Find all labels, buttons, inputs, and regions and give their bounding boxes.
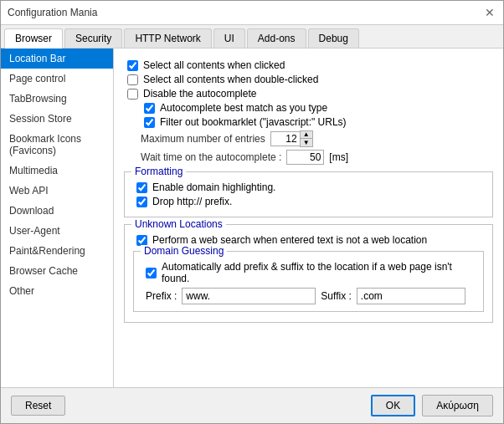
tab-security[interactable]: Security — [64, 28, 122, 48]
ok-button[interactable]: OK — [371, 395, 415, 416]
filter-bookmarklet-label: Filter out bookmarklet ("javascript:" UR… — [160, 116, 347, 128]
formatting-group: Formatting Enable domain highlighting. D… — [124, 171, 493, 217]
drop-http-prefix-row: Drop http:// prefix. — [133, 196, 484, 207]
close-button[interactable]: ✕ — [483, 6, 496, 19]
window-title: Configuration Mania — [8, 7, 97, 18]
sidebar-item-location-bar[interactable]: Location Bar — [1, 49, 113, 69]
sidebar-item-session-store[interactable]: Session Store — [1, 109, 113, 129]
prefix-suffix-row: Prefix : Suffix : — [142, 288, 475, 304]
wait-time-label: Wait time on the autocomplete : — [141, 151, 281, 163]
disable-autocomplete-label: Disable the autocomplete — [143, 88, 256, 100]
unknown-locations-label: Unknown Locations — [131, 218, 226, 230]
enable-domain-highlighting-label: Enable domain highlighting. — [152, 181, 275, 193]
tab-http-network[interactable]: HTTP Network — [124, 28, 211, 48]
title-bar: Configuration Mania ✕ — [1, 1, 503, 25]
tab-ui[interactable]: UI — [213, 28, 245, 48]
disable-autocomplete-checkbox[interactable] — [127, 89, 138, 100]
unknown-locations-group: Unknown Locations Perform a web search w… — [124, 224, 493, 323]
select-all-dblclicked-label: Select all contents when double-clicked — [143, 74, 318, 85]
select-all-dblclicked-row: Select all contents when double-clicked — [124, 74, 493, 85]
main-content: Location Bar Page control TabBrowsing Se… — [1, 49, 503, 387]
max-entries-up[interactable]: ▲ — [301, 131, 312, 139]
domain-guessing-group: Domain Guessing Automatically add prefix… — [133, 251, 484, 312]
max-entries-spinner: ▲ ▼ — [270, 130, 313, 147]
reset-button[interactable]: Reset — [11, 396, 65, 416]
max-entries-spinner-btns: ▲ ▼ — [300, 130, 313, 147]
sidebar-item-browser-cache[interactable]: Browser Cache — [1, 261, 113, 281]
wait-time-row: Wait time on the autocomplete : [ms] — [124, 150, 493, 165]
footer-right: OK Ακύρωση — [371, 395, 493, 416]
sidebar-item-user-agent[interactable]: User-Agent — [1, 221, 113, 241]
sidebar-item-multimedia[interactable]: Multimedia — [1, 161, 113, 181]
sidebar: Location Bar Page control TabBrowsing Se… — [1, 49, 114, 387]
max-entries-down[interactable]: ▼ — [301, 139, 312, 146]
prefix-input[interactable] — [182, 288, 316, 304]
perform-web-search-checkbox[interactable] — [136, 235, 147, 246]
formatting-label: Formatting — [131, 166, 186, 177]
drop-http-prefix-checkbox[interactable] — [136, 197, 147, 207]
max-entries-row: Maximum number of entries ▲ ▼ — [124, 130, 493, 147]
tab-browser[interactable]: Browser — [4, 28, 63, 49]
sidebar-item-download[interactable]: Download — [1, 201, 113, 221]
filter-bookmarklet-row: Filter out bookmarklet ("javascript:" UR… — [124, 116, 493, 128]
sidebar-item-paint-rendering[interactable]: Paint&Rendering — [1, 241, 113, 261]
sidebar-item-page-control[interactable]: Page control — [1, 69, 113, 89]
autocomplete-best-checkbox[interactable] — [144, 103, 155, 114]
sidebar-item-bookmark-icons[interactable]: Bookmark Icons (Favicons) — [1, 129, 113, 161]
perform-web-search-label: Perform a web search when entered text i… — [152, 234, 427, 246]
domain-guessing-label: Domain Guessing — [141, 245, 227, 257]
disable-autocomplete-row: Disable the autocomplete — [124, 88, 493, 100]
filter-bookmarklet-checkbox[interactable] — [144, 117, 155, 128]
prefix-label: Prefix : — [146, 290, 177, 302]
sidebar-item-tabbrowsing[interactable]: TabBrowsing — [1, 89, 113, 109]
max-entries-label: Maximum number of entries — [141, 133, 265, 145]
auto-prefix-suffix-label: Automatically add prefix & suffix to the… — [162, 261, 475, 284]
sidebar-item-web-api[interactable]: Web API — [1, 181, 113, 201]
wait-time-unit: [ms] — [329, 151, 348, 163]
auto-prefix-suffix-row: Automatically add prefix & suffix to the… — [142, 261, 475, 284]
tab-debug[interactable]: Debug — [308, 28, 359, 48]
select-all-dblclicked-checkbox[interactable] — [127, 74, 138, 85]
autocomplete-best-label: Autocomplete best match as you type — [160, 102, 327, 114]
enable-domain-highlighting-row: Enable domain highlighting. — [133, 181, 484, 193]
content-panel: Select all contents when clicked Select … — [114, 49, 503, 387]
suffix-label: Suffix : — [321, 290, 351, 302]
suffix-input[interactable] — [357, 288, 465, 304]
enable-domain-highlighting-checkbox[interactable] — [136, 182, 147, 193]
perform-web-search-row: Perform a web search when entered text i… — [133, 234, 484, 246]
wait-time-input[interactable] — [286, 150, 324, 165]
sidebar-item-other[interactable]: Other — [1, 281, 113, 301]
select-all-clicked-checkbox[interactable] — [127, 60, 138, 71]
autocomplete-best-row: Autocomplete best match as you type — [124, 102, 493, 114]
main-window: Configuration Mania ✕ Browser Security H… — [0, 0, 504, 424]
auto-prefix-suffix-checkbox[interactable] — [146, 268, 157, 278]
select-all-clicked-label: Select all contents when clicked — [143, 59, 285, 71]
tab-bar: Browser Security HTTP Network UI Add-ons… — [1, 25, 503, 49]
max-entries-input[interactable] — [270, 131, 300, 146]
cancel-button[interactable]: Ακύρωση — [422, 395, 493, 416]
footer: Reset OK Ακύρωση — [1, 387, 503, 423]
drop-http-prefix-label: Drop http:// prefix. — [152, 196, 232, 207]
tab-addons[interactable]: Add-ons — [247, 28, 306, 48]
select-all-clicked-row: Select all contents when clicked — [124, 59, 493, 71]
